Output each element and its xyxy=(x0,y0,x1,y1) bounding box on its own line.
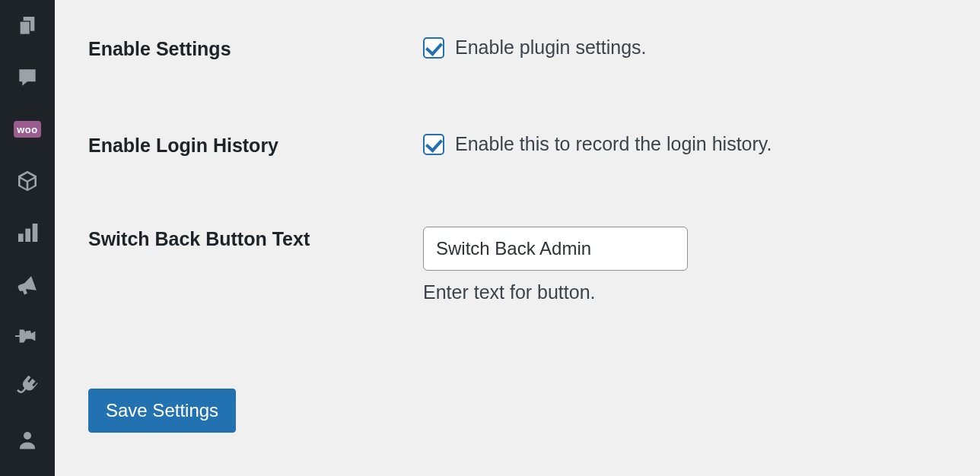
sidebar-item-marketing[interactable] xyxy=(0,259,55,310)
sidebar-item-woocommerce[interactable]: woo xyxy=(0,103,55,155)
save-row: Save Settings xyxy=(88,303,947,433)
sidebar-item-comments[interactable] xyxy=(0,52,55,103)
row-switch-back-button-text: Switch Back Button Text Enter text for b… xyxy=(88,157,947,303)
comment-icon xyxy=(15,65,40,90)
admin-sidebar: woo xyxy=(0,0,55,476)
enable-settings-checkbox[interactable] xyxy=(423,37,444,59)
sidebar-item-plugins[interactable] xyxy=(0,362,55,414)
enable-login-history-description: Enable this to record the login history. xyxy=(455,133,772,155)
layers-icon xyxy=(15,14,40,38)
user-icon xyxy=(16,428,39,451)
checkbox-line-enable-settings[interactable]: Enable plugin settings. xyxy=(423,36,647,59)
sidebar-item-users[interactable] xyxy=(0,414,55,465)
save-settings-button[interactable]: Save Settings xyxy=(88,389,236,433)
svg-rect-4 xyxy=(25,229,30,242)
sidebar-item-products[interactable] xyxy=(0,155,55,207)
label-switch-back-button-text: Switch Back Button Text xyxy=(88,227,423,250)
sidebar-menu: woo xyxy=(0,0,55,465)
sidebar-item-pages[interactable] xyxy=(0,0,55,52)
sidebar-item-appearance[interactable] xyxy=(0,310,55,362)
row-enable-login-history: Enable Login History Enable this to reco… xyxy=(88,60,947,157)
svg-rect-3 xyxy=(18,233,24,242)
stats-icon xyxy=(15,221,40,245)
enable-login-history-checkbox[interactable] xyxy=(423,134,444,155)
box-icon xyxy=(15,169,40,193)
switch-back-button-text-input[interactable] xyxy=(423,227,688,271)
sidebar-item-analytics[interactable] xyxy=(0,207,55,259)
label-enable-settings: Enable Settings xyxy=(88,36,423,60)
pin-icon xyxy=(15,324,40,348)
settings-form: Enable Settings Enable plugin settings. … xyxy=(55,0,980,433)
woocommerce-icon: woo xyxy=(14,121,41,138)
checkbox-line-enable-login-history[interactable]: Enable this to record the login history. xyxy=(423,133,772,155)
row-enable-settings: Enable Settings Enable plugin settings. xyxy=(88,0,947,60)
svg-rect-5 xyxy=(33,224,38,242)
enable-settings-description: Enable plugin settings. xyxy=(455,36,647,59)
switch-back-help-text: Enter text for button. xyxy=(423,281,688,303)
label-enable-login-history: Enable Login History xyxy=(88,133,423,157)
plugin-icon xyxy=(15,376,40,400)
svg-point-6 xyxy=(24,432,31,440)
megaphone-icon xyxy=(14,271,40,297)
svg-rect-2 xyxy=(21,22,30,34)
